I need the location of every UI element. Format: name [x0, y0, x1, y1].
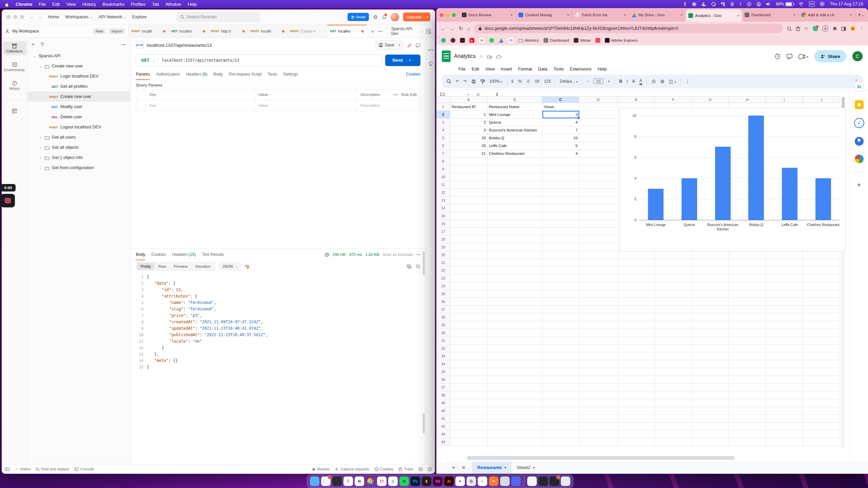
cell-C10[interactable]	[542, 173, 579, 181]
cell-E43[interactable]	[618, 430, 655, 438]
cell-G38[interactable]	[692, 391, 729, 399]
cell-E27[interactable]	[618, 306, 655, 313]
cell-G42[interactable]	[692, 423, 729, 430]
cell-B29[interactable]	[488, 321, 542, 329]
cell-E22[interactable]	[618, 267, 655, 274]
cell-C30[interactable]	[542, 329, 579, 337]
cell-D6[interactable]	[579, 142, 618, 150]
back-button[interactable]: ←	[29, 14, 34, 20]
add-panel-icon[interactable]: +	[857, 181, 861, 189]
cell-J39[interactable]	[803, 399, 840, 407]
meet-video-icon[interactable]: ▾	[798, 53, 808, 59]
send-chevron[interactable]: ▾	[406, 59, 414, 62]
menu-view[interactable]: View	[483, 66, 497, 72]
collection-folder[interactable]: ›Get 1 object info	[27, 152, 130, 163]
cell-D19[interactable]	[579, 243, 618, 251]
cell-A41[interactable]	[450, 415, 488, 423]
cell-H39[interactable]	[729, 399, 766, 407]
cell-J42[interactable]	[803, 423, 840, 430]
cell-B11[interactable]	[488, 181, 542, 189]
cell-B9[interactable]	[488, 165, 542, 173]
sidebar-more-icon[interactable]: •••	[121, 42, 126, 46]
cell-I25[interactable]	[766, 290, 803, 298]
cell-B2[interactable]: Mint Lounge	[488, 111, 542, 119]
document-title[interactable]: Analytics	[454, 53, 476, 59]
cell-I21[interactable]	[766, 259, 803, 267]
illustrator-icon[interactable]: Ai	[444, 476, 454, 486]
version-history-icon[interactable]	[775, 53, 781, 59]
cell-D13[interactable]	[579, 197, 618, 204]
menubar-clock[interactable]: Thu 17 Aug 17:15	[830, 2, 863, 6]
row-header-18[interactable]: 18	[436, 236, 450, 243]
minimized-window-icon-2[interactable]	[550, 476, 559, 486]
strikethrough-button[interactable]: S	[632, 79, 635, 84]
cell-C32[interactable]	[542, 345, 579, 352]
cell-A43[interactable]	[450, 430, 488, 438]
cell-D35[interactable]	[579, 368, 618, 376]
vscode-icon[interactable]: ⟨⟩	[388, 476, 398, 486]
back-button[interactable]: ←	[440, 26, 446, 32]
cell-B21[interactable]	[488, 259, 542, 267]
cell-B3[interactable]: Quince	[488, 119, 542, 126]
cell-F36[interactable]	[655, 376, 692, 384]
wrap-lines-icon[interactable]	[244, 263, 249, 269]
cell-B37[interactable]	[488, 384, 542, 391]
request-tab[interactable]: POSTCreate n	[288, 25, 327, 38]
italic-button[interactable]: I	[627, 79, 628, 84]
cell-H36[interactable]	[729, 376, 766, 384]
cell-D44[interactable]	[579, 438, 618, 446]
cell-A21[interactable]	[450, 259, 488, 267]
cell-B19[interactable]	[488, 243, 542, 251]
row-header-32[interactable]: 32	[436, 345, 450, 352]
cell-B26[interactable]	[488, 298, 542, 306]
row-header-5[interactable]: 5	[436, 134, 450, 142]
cell-D29[interactable]	[579, 321, 618, 329]
cell-H22[interactable]	[729, 267, 766, 274]
cell-C2[interactable]: 3	[542, 111, 579, 119]
bookmark-calendar[interactable]: 31	[508, 38, 514, 43]
grid-plus-icon[interactable]	[3, 106, 26, 116]
row-header-24[interactable]: 24	[436, 282, 450, 290]
cell-J22[interactable]	[803, 267, 840, 274]
cell-J32[interactable]	[803, 345, 840, 352]
cell-F22[interactable]	[655, 267, 692, 274]
sheet-tab-restaurants[interactable]: Restaurants▾	[472, 462, 512, 474]
cell-D9[interactable]	[579, 165, 618, 173]
font-selector[interactable]: Defaul... ▾	[560, 79, 577, 84]
cell-G31[interactable]	[692, 337, 729, 345]
cleanshot-icon[interactable]: ✂	[489, 476, 498, 486]
notion-icon[interactable]: N	[355, 476, 364, 486]
window-controls[interactable]	[6, 15, 24, 19]
blocks-status-icon[interactable]	[721, 2, 725, 6]
cell-A2[interactable]: 1	[450, 111, 488, 119]
cell-A18[interactable]	[450, 236, 488, 243]
cell-I44[interactable]	[766, 438, 803, 446]
cell-A34[interactable]	[450, 360, 488, 368]
cell-B7[interactable]: Chekhov Restaurant	[488, 150, 542, 158]
contacts-panel-icon[interactable]	[855, 137, 864, 146]
menu-insert[interactable]: Insert	[498, 66, 514, 72]
close-tab-icon[interactable]: ×	[793, 13, 795, 17]
view-visualize[interactable]: Visualize	[191, 263, 214, 270]
control-center-icon[interactable]	[809, 1, 815, 7]
cell-D32[interactable]	[579, 345, 618, 352]
cell-C8[interactable]	[542, 158, 579, 165]
cell-F44[interactable]	[655, 438, 692, 446]
workspace-title[interactable]: My Workspace	[12, 29, 90, 34]
cell-G36[interactable]	[692, 376, 729, 384]
row-header-21[interactable]: 21	[436, 259, 450, 267]
cell-I38[interactable]	[766, 391, 803, 399]
cell-G35[interactable]	[692, 368, 729, 376]
bookmark-tldraw[interactable]: tldraw	[574, 38, 591, 43]
cell-A7[interactable]: 21	[450, 150, 488, 158]
cell-B34[interactable]	[488, 360, 542, 368]
cell-C24[interactable]	[542, 282, 579, 290]
cell-J20[interactable]	[803, 251, 840, 259]
cell-I37[interactable]	[766, 384, 803, 391]
cookies-link[interactable]: Cookies	[406, 72, 420, 77]
cell-J28[interactable]	[803, 313, 840, 321]
cell-G33[interactable]	[692, 352, 729, 360]
cell-J29[interactable]	[803, 321, 840, 329]
share-icon[interactable]	[796, 25, 800, 32]
bookmark-whatsapp[interactable]	[489, 38, 494, 43]
